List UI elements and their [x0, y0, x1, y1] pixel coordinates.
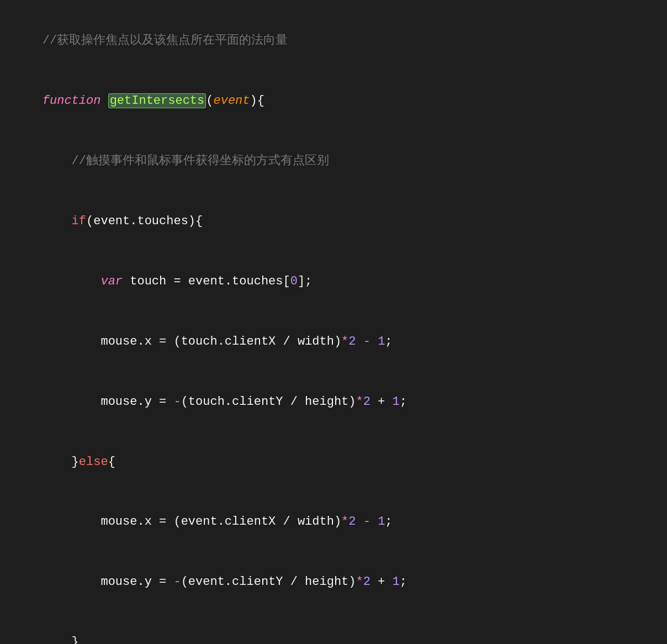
- comment-3: //触摸事件和鼠标事件获得坐标的方式有点区别: [43, 154, 329, 168]
- text-10c: +: [370, 575, 393, 589]
- code-line-7: mouse.y = -(touch.clientY / height)*2 + …: [13, 372, 654, 432]
- text-10a: mouse.y =: [43, 575, 174, 589]
- code-line-4: if(event.touches){: [13, 192, 654, 252]
- text-6b: [356, 335, 363, 349]
- op-6a: *: [341, 335, 348, 349]
- text-9c: [370, 515, 378, 529]
- num-5: 0: [290, 275, 298, 288]
- num-6a: 2: [348, 335, 356, 349]
- paren-open: (: [206, 94, 213, 108]
- text-7b: (touch.clientY / height): [181, 395, 356, 409]
- text-10b: (event.clientY / height): [181, 575, 356, 589]
- code-line-10: mouse.y = -(event.clientY / height)*2 + …: [13, 552, 654, 613]
- text-8b: {: [108, 455, 115, 469]
- op-7b: *: [356, 395, 363, 409]
- text-9d: ;: [385, 515, 392, 529]
- num-9a: 2: [348, 515, 356, 529]
- paren-close-brace: ){: [250, 94, 264, 108]
- code-line-2: function getIntersects(event){: [13, 71, 654, 131]
- num-9c: 1: [378, 515, 385, 529]
- code-line-11: }: [13, 613, 654, 644]
- text-5: touch = event.touches[: [130, 275, 290, 288]
- kw-if-4: if: [43, 214, 86, 228]
- code-line-5: var touch = event.touches[0];: [13, 252, 654, 312]
- text-7c: +: [370, 395, 393, 409]
- num-10a: 2: [363, 575, 370, 589]
- text-10d: ;: [400, 575, 407, 589]
- code-line-9: mouse.x = (event.clientX / width)*2 - 1;: [13, 492, 654, 552]
- op-9b: -: [363, 515, 370, 529]
- text-7a: mouse.y =: [43, 395, 174, 409]
- num-6c: 1: [378, 335, 385, 349]
- op-7a: -: [173, 395, 181, 409]
- code-line-1: //获取操作焦点以及该焦点所在平面的法向量: [13, 11, 654, 71]
- text-7d: ;: [400, 395, 407, 409]
- text-9a: mouse.x = (event.clientX / width): [43, 515, 341, 529]
- op-9a: *: [341, 515, 348, 529]
- text-8a: }: [43, 455, 79, 469]
- code-line-3: //触摸事件和鼠标事件获得坐标的方式有点区别: [13, 131, 654, 192]
- kw-var-5: var: [43, 275, 130, 288]
- op-10a: -: [173, 575, 181, 589]
- fn-highlight: getIntersects: [108, 93, 207, 108]
- comment-1: //获取操作焦点以及该焦点所在平面的法向量: [43, 34, 288, 47]
- text-6c: [370, 335, 378, 349]
- function-name: getIntersects: [108, 93, 207, 108]
- num-7a: 2: [363, 395, 370, 409]
- text-9b: [356, 515, 363, 529]
- text-5b: ];: [298, 275, 312, 288]
- code-line-8: }else{: [13, 432, 654, 492]
- keyword-function: function: [43, 94, 108, 108]
- op-10b: *: [356, 575, 363, 589]
- code-line-6: mouse.x = (touch.clientX / width)*2 - 1;: [13, 312, 654, 372]
- text-6a: mouse.x = (touch.clientX / width): [43, 335, 341, 349]
- param-event: event: [213, 94, 250, 108]
- op-6b: -: [363, 335, 370, 349]
- num-7b: 1: [393, 395, 400, 409]
- text-11: }: [43, 635, 79, 644]
- code-editor: //获取操作焦点以及该焦点所在平面的法向量 function getInters…: [0, 0, 667, 644]
- text-4: (event.touches){: [86, 214, 203, 228]
- kw-else-8: else: [79, 455, 108, 469]
- text-6d: ;: [385, 335, 392, 349]
- num-10b: 1: [393, 575, 400, 589]
